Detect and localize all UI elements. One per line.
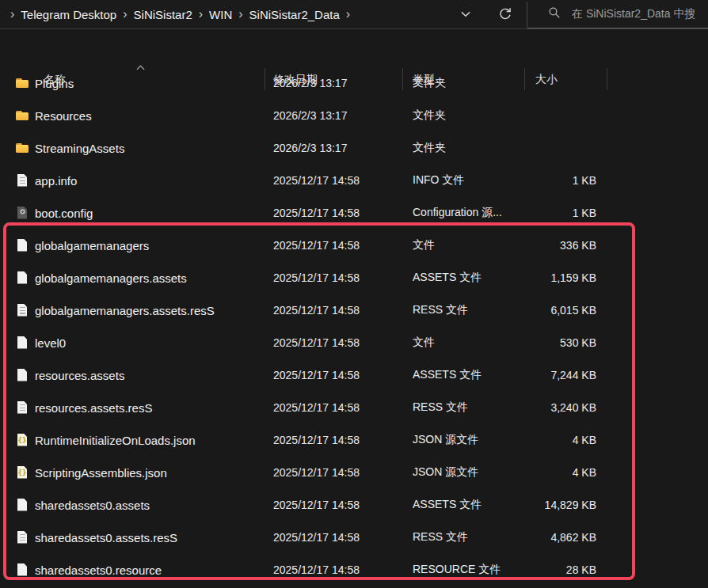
search-input[interactable]: 在 SiNiSistar2_Data 中搜 bbox=[527, 0, 708, 28]
file-explorer-window: › Telegram Desktop › SiNiSistar2 › WIN ›… bbox=[0, 0, 708, 588]
file-row[interactable]: Resources 2026/2/3 13:17 文件夹 bbox=[0, 99, 708, 131]
address-dropdown-chevron-icon[interactable] bbox=[460, 9, 471, 23]
file-row[interactable]: {} ScriptingAssemblies.json 2025/12/17 1… bbox=[0, 456, 708, 488]
file-date-modified: 2025/12/17 14:58 bbox=[273, 434, 360, 446]
file-date-modified: 2025/12/17 14:58 bbox=[273, 466, 360, 479]
file-row[interactable]: app.info 2025/12/17 14:58 INFO 文件 1 KB bbox=[0, 164, 708, 196]
icon-part bbox=[17, 174, 27, 187]
blank-file-icon bbox=[15, 368, 29, 382]
file-size: 1 KB bbox=[491, 174, 596, 187]
breadcrumb-item-sinisistar2[interactable]: SiNiSistar2 bbox=[134, 8, 192, 21]
file-date-modified: 2026/2/3 13:17 bbox=[273, 109, 347, 122]
search-placeholder-text: 在 SiNiSistar2_Data 中搜 bbox=[572, 7, 695, 21]
file-size: 336 KB bbox=[491, 239, 596, 252]
file-type: JSON 源文件 bbox=[413, 433, 478, 447]
file-row[interactable]: sharedassets0.assets 2025/12/17 14:58 AS… bbox=[0, 488, 708, 521]
file-size: 1 KB bbox=[491, 207, 596, 219]
file-name: globalgamemanagers bbox=[35, 238, 149, 252]
search-icon bbox=[548, 6, 561, 22]
file-type: RESS 文件 bbox=[413, 530, 468, 544]
file-name: RuntimeInitializeOnLoads.json bbox=[35, 433, 196, 446]
file-type: Configuration 源... bbox=[413, 206, 502, 220]
refresh-icon[interactable] bbox=[498, 7, 512, 25]
file-date-modified: 2025/12/17 14:58 bbox=[273, 401, 360, 414]
file-row[interactable]: globalgamemanagers.assets.resS 2025/12/1… bbox=[0, 294, 708, 326]
file-type: ASSETS 文件 bbox=[413, 271, 482, 285]
file-name: resources.assets.resS bbox=[35, 400, 152, 414]
file-type: ASSETS 文件 bbox=[413, 498, 482, 512]
breadcrumb-chevron-icon[interactable]: › bbox=[192, 8, 209, 21]
icon-part bbox=[16, 80, 29, 88]
file-name: level0 bbox=[35, 336, 66, 349]
breadcrumb-chevron-icon[interactable]: › bbox=[4, 8, 21, 21]
file-date-modified: 2025/12/17 14:58 bbox=[273, 369, 360, 381]
blank-file-icon bbox=[15, 238, 29, 252]
file-name: sharedassets0.assets bbox=[35, 498, 150, 511]
file-size: 1,159 KB bbox=[491, 271, 596, 284]
file-name: ScriptingAssemblies.json bbox=[35, 465, 167, 479]
file-row[interactable]: resources.assets 2025/12/17 14:58 ASSETS… bbox=[0, 358, 708, 391]
file-row[interactable]: globalgamemanagers 2025/12/17 14:58 文件 3… bbox=[0, 229, 708, 261]
file-row[interactable]: {} RuntimeInitializeOnLoads.json 2025/12… bbox=[0, 423, 708, 456]
text-file-icon bbox=[15, 530, 29, 544]
address-bar: › Telegram Desktop › SiNiSistar2 › WIN ›… bbox=[0, 0, 708, 29]
text-file-icon bbox=[15, 400, 29, 415]
file-date-modified: 2026/2/3 13:17 bbox=[273, 77, 347, 89]
icon-part bbox=[17, 239, 27, 252]
folder-icon bbox=[15, 76, 29, 90]
text-file-icon bbox=[15, 173, 29, 188]
file-date-modified: 2025/12/17 14:58 bbox=[273, 271, 360, 284]
file-type: ASSETS 文件 bbox=[413, 368, 482, 382]
file-name: app.info bbox=[35, 173, 77, 187]
file-date-modified: 2025/12/17 14:58 bbox=[273, 304, 360, 317]
file-size: 530 KB bbox=[491, 336, 596, 349]
folder-icon bbox=[15, 141, 29, 155]
icon-part bbox=[17, 271, 27, 284]
file-type: 文件夹 bbox=[413, 108, 446, 123]
file-row[interactable]: sharedassets0.resource 2025/12/17 14:58 … bbox=[0, 553, 708, 586]
file-name: resources.assets bbox=[35, 368, 124, 381]
icon-part bbox=[16, 112, 29, 120]
file-row[interactable]: boot.config 2025/12/17 14:58 Configurati… bbox=[0, 196, 708, 229]
file-date-modified: 2025/12/17 14:58 bbox=[273, 499, 360, 511]
blank-file-icon bbox=[15, 498, 29, 512]
file-date-modified: 2025/12/17 14:58 bbox=[273, 207, 360, 219]
icon-part bbox=[17, 531, 27, 544]
file-size: 7,244 KB bbox=[491, 369, 596, 381]
breadcrumb-chevron-icon[interactable]: › bbox=[232, 8, 249, 21]
file-type: INFO 文件 bbox=[413, 173, 464, 188]
column-header-row: 名称 修改日期 类型 大小 bbox=[0, 30, 708, 66]
file-type: 文件夹 bbox=[413, 76, 446, 90]
file-row[interactable]: resources.assets.resS 2025/12/17 14:58 R… bbox=[0, 391, 708, 423]
breadcrumb-item-win[interactable]: WIN bbox=[209, 8, 232, 21]
file-size: 4 KB bbox=[491, 466, 596, 479]
breadcrumb-item-sinisistar2-data[interactable]: SiNiSistar2_Data bbox=[249, 8, 340, 21]
blank-file-icon bbox=[15, 563, 29, 577]
file-row[interactable]: Plugins 2026/2/3 13:17 文件夹 bbox=[0, 66, 708, 99]
file-row[interactable]: sharedassets0.assets.resS 2025/12/17 14:… bbox=[0, 521, 708, 553]
file-type: RESOURCE 文件 bbox=[413, 563, 501, 577]
breadcrumb-item-telegram-desktop[interactable]: Telegram Desktop bbox=[21, 8, 116, 21]
config-file-icon bbox=[15, 206, 29, 220]
file-name: Plugins bbox=[35, 76, 74, 89]
breadcrumb-chevron-icon[interactable]: › bbox=[116, 8, 133, 21]
file-type: 文件 bbox=[413, 336, 435, 350]
file-row[interactable]: globalgamemanagers.assets 2025/12/17 14:… bbox=[0, 261, 708, 294]
breadcrumb-chevron-icon[interactable]: › bbox=[340, 8, 356, 21]
file-size: 6,015 KB bbox=[491, 304, 596, 317]
file-row[interactable]: StreamingAssets 2026/2/3 13:17 文件夹 bbox=[0, 131, 708, 164]
json-file-icon: {} bbox=[15, 433, 29, 447]
file-size: 4,862 KB bbox=[491, 531, 596, 544]
file-date-modified: 2025/12/17 14:58 bbox=[273, 239, 360, 252]
file-row[interactable]: level0 2025/12/17 14:58 文件 530 KB bbox=[0, 326, 708, 358]
file-name: globalgamemanagers.assets bbox=[35, 271, 187, 284]
icon-part bbox=[17, 336, 27, 349]
file-name: sharedassets0.resource bbox=[35, 563, 162, 576]
file-type: 文件夹 bbox=[413, 141, 446, 155]
blank-file-icon bbox=[15, 336, 29, 350]
icon-part bbox=[17, 401, 27, 414]
file-name: globalgamemanagers.assets.resS bbox=[35, 303, 215, 317]
file-name: Resources bbox=[35, 108, 92, 122]
file-date-modified: 2025/12/17 14:58 bbox=[273, 336, 360, 349]
file-date-modified: 2025/12/17 14:58 bbox=[273, 174, 360, 187]
